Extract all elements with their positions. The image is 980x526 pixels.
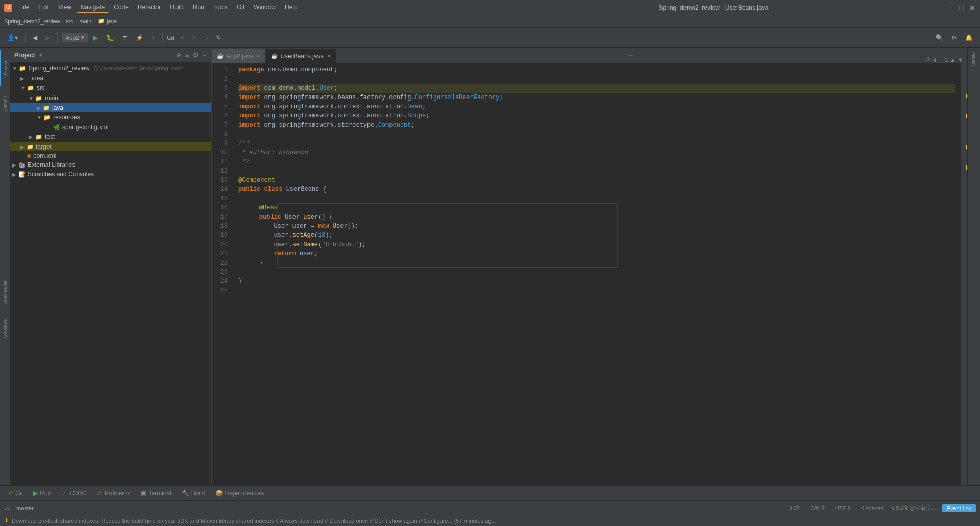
close-button[interactable]: ✕ — [969, 4, 976, 11]
git-check2[interactable]: ✓ — [189, 33, 199, 42]
idea-name: .idea — [30, 75, 43, 82]
panel-sync-btn[interactable]: ⊕ — [175, 51, 182, 60]
settings-button[interactable]: ⚙ — [948, 33, 960, 43]
sidebar-commit-icon[interactable]: Commit — [0, 86, 10, 122]
tree-pom[interactable]: ▣ pom.xml — [10, 151, 211, 160]
tree-root[interactable]: ▼ 📁 Spring_demo2_review D:\Java\code\tes… — [10, 63, 211, 74]
menu-tools[interactable]: Tools — [209, 3, 232, 13]
tree-resources[interactable]: ▼ 📁 resources — [10, 112, 211, 123]
breadcrumb-src[interactable]: src — [66, 18, 74, 25]
run-config-selector[interactable]: App2 ▾ — [62, 33, 88, 42]
tree-test[interactable]: ▶ 📁 test — [10, 132, 211, 142]
code-line-4: import org.springframework.beans.factory… — [238, 93, 955, 102]
code-line-19: user.setAge(18); — [238, 231, 955, 240]
tab-app2-close[interactable]: ✕ — [256, 53, 260, 59]
code-line-24: } — [238, 277, 955, 286]
run-bottom-btn[interactable]: ▶ Run — [31, 489, 53, 498]
tree-idea[interactable]: ▶ . .idea — [10, 74, 211, 83]
code-line-20: user.setName("bibububu"); — [238, 240, 955, 249]
menu-edit[interactable]: Edit — [34, 3, 53, 13]
back-button[interactable]: ◀ — [30, 33, 40, 43]
gutter-nav-down[interactable]: ▼ — [958, 57, 963, 63]
minimize-button[interactable]: − — [946, 4, 953, 11]
maximize-button[interactable]: □ — [958, 4, 965, 11]
notifications-button[interactable]: 🔔 — [962, 33, 976, 43]
sidebar-structure-icon[interactable]: Structure — [0, 310, 10, 346]
errors-icon: ✕ — [938, 56, 943, 63]
git-arrow[interactable]: → — [201, 34, 212, 42]
panel-dropdown-arrow[interactable]: ▾ — [39, 52, 42, 58]
debug-button[interactable]: 🐛 — [103, 33, 117, 43]
profile-run-button[interactable]: ⚡ — [133, 33, 146, 43]
code-line-6: import org.springframework.context.annot… — [238, 111, 955, 121]
line-ending[interactable]: CRLF — [808, 504, 827, 512]
stop-button[interactable]: ■ — [149, 33, 158, 43]
xml-icon: 🌿 — [53, 124, 60, 131]
breadcrumb-root[interactable]: Spring_demo2_review — [4, 18, 60, 25]
tree-ext-libs[interactable]: ▶ 📚 External Libraries — [10, 160, 211, 170]
tab-app2[interactable]: ☕ App2.java ✕ — [212, 49, 266, 63]
menu-navigate[interactable]: Navigate — [77, 3, 109, 13]
tree-src[interactable]: ▼ 📁 src — [10, 83, 211, 93]
main-icon: 📁 — [35, 94, 43, 102]
menu-build[interactable]: Build — [166, 3, 188, 13]
build-bottom-btn[interactable]: 🔨 Build — [180, 489, 207, 498]
panel-minimize-btn[interactable]: − — [202, 51, 207, 60]
git-bottom-icon: ⎇ — [6, 490, 13, 497]
tree-spring-config[interactable]: 🌿 spring-config.xml — [10, 123, 211, 132]
tab-more-button[interactable]: ⋯ — [624, 52, 639, 59]
menu-git[interactable]: Git — [233, 3, 249, 13]
menu-run[interactable]: Run — [189, 3, 208, 13]
git-check1[interactable]: ✓ — [178, 33, 187, 42]
git-branch-status[interactable]: master — [14, 504, 36, 512]
indent-status[interactable]: 4 spaces — [859, 504, 886, 512]
menu-window[interactable]: Window — [250, 3, 280, 13]
sidebar-bookmarks-icon[interactable]: Bookmarks — [0, 275, 10, 310]
tab-app2-label: App2.java — [226, 53, 253, 60]
tree-scratches[interactable]: ▶ 📝 Scratches and Consoles — [10, 170, 211, 179]
dependencies-bottom-btn[interactable]: 📦 Dependencies — [213, 489, 266, 498]
csdn-watermark: CSDN @亿点运... — [892, 504, 937, 512]
tab-userbeans-close[interactable]: ✕ — [327, 53, 331, 59]
coverage-button[interactable]: ☂ — [119, 33, 131, 43]
run-config-arrow: ▾ — [81, 34, 84, 41]
git-bottom-btn[interactable]: ⎇ Git — [4, 489, 25, 498]
tree-main[interactable]: ▼ 📁 main — [10, 93, 211, 103]
breadcrumb-main[interactable]: main — [79, 18, 91, 25]
panel-settings-btn[interactable]: ⚙ — [192, 51, 200, 60]
code-content[interactable]: package com.demo.component; import com.d… — [232, 63, 961, 485]
maven-button[interactable]: Maven — [969, 50, 979, 68]
menu-file[interactable]: File — [15, 3, 33, 13]
status-right: 3:28 CRLF UTF-8 4 spaces CSDN @亿点运... Ev… — [787, 504, 976, 512]
root-name: Spring_demo2_review — [29, 65, 89, 72]
git-history[interactable]: ↻ — [214, 33, 224, 42]
terminal-bottom-icon: ▣ — [141, 490, 146, 497]
tree-target[interactable]: ▶ 📁 target — [10, 142, 211, 151]
cursor-position[interactable]: 3:28 — [787, 504, 802, 512]
terminal-bottom-btn[interactable]: ▣ Terminal — [139, 489, 174, 498]
menu-refactor[interactable]: Refactor — [134, 3, 165, 13]
warnings-count: 4 — [933, 57, 936, 63]
problems-bottom-btn[interactable]: ⚠ Problems — [95, 489, 133, 498]
todo-bottom-btn[interactable]: ☑ TODO — [59, 489, 88, 498]
left-sidebar-icons: Project Commit Bookmarks Structure — [0, 48, 10, 485]
breadcrumb-java[interactable]: java — [107, 18, 117, 25]
run-button[interactable]: ▶ — [90, 33, 101, 43]
src-arrow: ▼ — [20, 85, 27, 91]
tab-userbeans[interactable]: ☕ UserBeans.java ✕ — [266, 49, 336, 63]
tree-java[interactable]: ▶ 📁 java — [10, 103, 211, 112]
idea-icon: . — [27, 75, 28, 81]
menu-help[interactable]: Help — [281, 3, 302, 13]
code-line-1: package com.demo.component; — [238, 65, 955, 75]
panel-collapse-btn[interactable]: ≡ — [184, 51, 190, 60]
menu-code[interactable]: Code — [110, 3, 133, 13]
charset[interactable]: UTF-8 — [833, 504, 853, 512]
gutter-nav-up[interactable]: ▲ — [950, 57, 955, 63]
search-button[interactable]: 🔍 — [933, 33, 946, 43]
event-log-btn[interactable]: Event Log — [942, 504, 976, 512]
code-line-17: public User user() { — [238, 212, 955, 222]
forward-button[interactable]: ▶ — [42, 33, 53, 43]
sidebar-project-icon[interactable]: Project — [0, 50, 10, 86]
menu-view[interactable]: View — [54, 3, 76, 13]
profile-button[interactable]: 👤▾ — [4, 33, 21, 43]
